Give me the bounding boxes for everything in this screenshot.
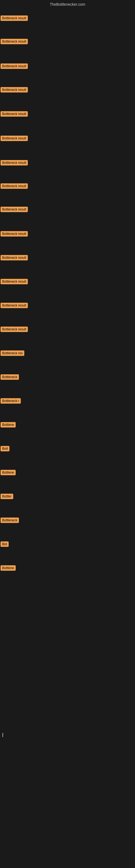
list-item[interactable]: Bottleneck result [1, 255, 28, 260]
list-item[interactable]: Bottleneck result [1, 63, 28, 69]
list-item[interactable]: Bottleneck result [1, 39, 28, 44]
list-item[interactable]: Bot [1, 541, 9, 547]
list-item[interactable]: Bottleneck [1, 518, 19, 523]
list-item[interactable]: Bottleneck result [1, 87, 28, 93]
bottleneck-result-label: Bottlene [1, 470, 16, 475]
list-item[interactable]: Bottleneck result [1, 303, 28, 308]
list-item[interactable]: Bottlene [1, 470, 16, 475]
list-item[interactable]: Bottleneck result [1, 16, 28, 21]
list-item[interactable]: Bottler [1, 494, 13, 499]
bottleneck-result-label: Bottleneck result [1, 135, 28, 141]
list-item[interactable]: Bottlene [1, 565, 16, 571]
bottleneck-result-label: Bottleneck result [1, 16, 28, 21]
bottleneck-result-label: Bottleneck result [1, 303, 28, 308]
bottleneck-result-label: Bot [1, 541, 9, 547]
bottleneck-result-label: Bottleneck result [1, 39, 28, 44]
list-item[interactable]: Bottleneck result [1, 231, 28, 237]
bottleneck-result-label: Bottleneck result [1, 207, 28, 212]
list-item[interactable]: Bottlene [1, 422, 16, 428]
site-title: TheBottlenecker.com [0, 0, 135, 8]
bottleneck-result-label: Bottleneck [1, 518, 19, 523]
bottleneck-result-label: Bottleneck result [1, 160, 28, 165]
list-item[interactable]: Bottleneck result [1, 183, 28, 189]
list-item[interactable]: Bottleneck result [1, 279, 28, 284]
bottleneck-result-label: Bottleneck [1, 374, 19, 380]
bottleneck-result-label: Bottleneck result [1, 87, 28, 93]
bottleneck-result-label: Bottleneck res [1, 350, 24, 356]
list-item[interactable]: Bottleneck result [1, 160, 28, 165]
bottleneck-result-label: Bottleneck r [1, 398, 21, 404]
bottleneck-result-label: Bottleneck result [1, 327, 28, 332]
bottleneck-result-label: Bottleneck result [1, 255, 28, 260]
list-item[interactable]: Bottleneck result [1, 135, 28, 141]
bottleneck-result-label: Bottlene [1, 565, 16, 571]
bottleneck-result-label: Bottleneck result [1, 279, 28, 284]
list-item[interactable]: Bottleneck result [1, 327, 28, 332]
text-cursor: | [2, 733, 3, 737]
bottleneck-result-label: Bottler [1, 494, 13, 499]
bottleneck-result-label: Bottleneck result [1, 183, 28, 189]
list-item[interactable]: Bottleneck res [1, 350, 24, 356]
list-item[interactable]: Bottleneck [1, 374, 19, 380]
bottleneck-result-label: Bottleneck result [1, 111, 28, 117]
list-item[interactable]: Bottleneck result [1, 111, 28, 117]
list-item[interactable]: Bottleneck r [1, 398, 21, 404]
bottleneck-result-label: Bottleneck result [1, 231, 28, 237]
bottleneck-result-label: Bottlene [1, 422, 16, 428]
bottleneck-result-label: Bott [1, 446, 9, 452]
bottleneck-result-label: Bottleneck result [1, 63, 28, 69]
list-item[interactable]: Bott [1, 446, 9, 452]
list-item[interactable]: Bottleneck result [1, 207, 28, 212]
